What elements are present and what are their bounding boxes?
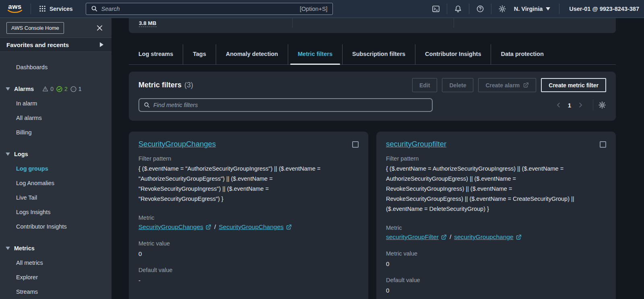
services-menu-button[interactable]: Services: [35, 5, 77, 12]
search-input[interactable]: [101, 6, 296, 12]
metric-links: SecurityGroupChanges / SecurityGroupChan…: [138, 223, 359, 231]
next-page-button[interactable]: [574, 101, 586, 109]
metric-filter-link[interactable]: securityGroupfilter: [386, 140, 446, 148]
sidebar-item-contributor-insights[interactable]: Contributor Insights: [0, 219, 111, 234]
metric-namespace-link[interactable]: SecurityGroupChanges: [138, 223, 211, 231]
sidebar-item-dashboards[interactable]: Dashboards: [0, 60, 111, 74]
edit-button[interactable]: Edit: [412, 78, 437, 92]
search-icon: [91, 5, 98, 12]
ok-count: 2: [64, 86, 68, 92]
metric-links: securityGroupFilter / securityGroupchang…: [386, 233, 606, 241]
sidebar-item-log-groups[interactable]: Log groups: [0, 161, 111, 176]
region-selector[interactable]: N. Virginia: [509, 6, 555, 12]
account-menu-button[interactable]: User-01 @ 9923-8243-387: [564, 6, 639, 12]
filter-pattern-label: Filter pattern: [138, 155, 359, 162]
cloudshell-button[interactable]: [429, 2, 443, 16]
tab-log-streams[interactable]: Log streams: [129, 44, 183, 64]
sidebar-item-log-anomalies[interactable]: Log Anomalies: [0, 176, 111, 190]
find-metric-filters-input[interactable]: [153, 102, 427, 108]
global-search-bar[interactable]: [Option+S]: [86, 3, 333, 15]
sidebar-item-all-alarms[interactable]: All alarms: [0, 111, 111, 125]
main-content: 3.8 MB Log streams Tags Anomaly detectio…: [111, 18, 644, 299]
metric-separator: /: [214, 223, 216, 231]
default-value-label: Default value: [138, 267, 359, 273]
sidebar-section-alarms[interactable]: Alarms 0 2: [0, 82, 111, 96]
grid-icon: [39, 5, 46, 12]
bell-icon: [454, 5, 462, 13]
metric-value-label: Metric value: [386, 250, 606, 257]
tab-metric-filters[interactable]: Metric filters: [288, 44, 342, 64]
tab-subscription-filters[interactable]: Subscription filters: [342, 44, 415, 64]
metric-name-link[interactable]: securityGroupchange: [454, 233, 521, 241]
nav-divider: [447, 4, 447, 14]
settings-button[interactable]: [495, 2, 509, 16]
metric-value: 0: [386, 260, 606, 267]
caret-down-icon: [6, 87, 10, 91]
metric-filter-link[interactable]: SecurityGroupChanges: [138, 140, 216, 148]
stored-bytes-value[interactable]: 3.8 MB: [139, 20, 157, 27]
caret-down-icon: [6, 247, 10, 250]
external-link-icon: [205, 224, 211, 230]
create-metric-filter-button[interactable]: Create metric filter: [541, 78, 606, 92]
current-page-number[interactable]: 1: [565, 102, 574, 109]
nav-divider: [469, 4, 469, 14]
top-navigation-bar: aws Services [Option+S]: [0, 0, 644, 18]
nav-divider: [559, 4, 559, 14]
log-group-tabs: Log streams Tags Anomaly detection Metri…: [129, 44, 616, 65]
help-button[interactable]: [473, 2, 487, 16]
tab-contributor-insights[interactable]: Contributor Insights: [415, 44, 491, 64]
sidebar-navigation: Dashboards Alarms 0 2: [0, 52, 111, 299]
sidebar-item-streams[interactable]: Streams: [0, 285, 111, 299]
search-icon: [144, 102, 150, 108]
panel-actions: Edit Delete Create alarm Create metric f…: [412, 78, 606, 92]
nav-utilities: N. Virginia User-01 @ 9923-8243-387: [429, 2, 639, 16]
aws-logo[interactable]: aws: [7, 4, 23, 13]
column-divider: [454, 18, 454, 28]
services-label: Services: [50, 6, 73, 12]
metric-name-text: SecurityGroupChanges: [219, 223, 283, 231]
metric-namespace-text: securityGroupFilter: [386, 233, 439, 241]
aws-logo-text: aws: [8, 4, 22, 10]
card-checkbox[interactable]: [352, 141, 359, 148]
log-group-summary-partial-panel: 3.8 MB: [129, 18, 616, 33]
sidebar-item-billing[interactable]: Billing: [0, 125, 111, 140]
create-alarm-button[interactable]: Create alarm: [478, 78, 536, 92]
sidebar-close-button[interactable]: [96, 24, 103, 32]
previous-page-button[interactable]: [553, 101, 565, 109]
sidebar-section-logs[interactable]: Logs: [0, 147, 111, 161]
notifications-button[interactable]: [451, 2, 465, 16]
tab-anomaly-detection[interactable]: Anomaly detection: [216, 44, 288, 64]
sidebar-item-live-tail[interactable]: Live Tail: [0, 190, 111, 205]
metric-name-link[interactable]: SecurityGroupChanges: [219, 223, 291, 231]
preferences-button[interactable]: [598, 101, 606, 109]
question-circle-icon: [476, 5, 484, 13]
tab-data-protection[interactable]: Data protection: [491, 44, 553, 64]
aws-console-home-button[interactable]: AWS Console Home: [6, 22, 64, 34]
gear-icon: [498, 5, 506, 13]
ok-badge: 2: [56, 86, 68, 93]
sidebar-item-favorites-and-recents[interactable]: Favorites and recents: [0, 38, 111, 52]
sidebar-item-explorer[interactable]: Explorer: [0, 270, 111, 285]
sidebar-item-in-alarm[interactable]: In alarm: [0, 96, 111, 111]
nav-divider: [491, 4, 491, 14]
find-metric-filters-box[interactable]: [138, 98, 433, 112]
card-header: SecurityGroupChanges: [138, 140, 359, 148]
external-link-icon: [441, 234, 447, 240]
card-checkbox[interactable]: [600, 141, 606, 148]
metric-namespace-link[interactable]: securityGroupFilter: [386, 233, 447, 241]
column-divider: [292, 18, 293, 28]
metric-filter-cards: SecurityGroupChanges Filter pattern { ($…: [129, 132, 616, 299]
sidebar-item-all-metrics[interactable]: All metrics: [0, 256, 111, 270]
chevron-left-icon: [555, 101, 562, 109]
default-value: 0: [386, 287, 606, 294]
region-label: N. Virginia: [514, 6, 543, 12]
tab-tags[interactable]: Tags: [183, 44, 216, 64]
card-header: securityGroupfilter: [386, 140, 606, 148]
metric-filters-panel: Metric filters (3) Edit Delete Create al…: [129, 72, 616, 121]
sidebar-item-logs-insights[interactable]: Logs Insights: [0, 205, 111, 219]
insufficient-data-badge: 1: [70, 86, 82, 93]
cloudwatch-sidebar: AWS Console Home Favorites and recents D…: [0, 18, 111, 299]
ellipsis-circle-icon: [70, 86, 77, 93]
delete-button[interactable]: Delete: [442, 78, 473, 92]
sidebar-section-metrics[interactable]: Metrics: [0, 241, 111, 256]
